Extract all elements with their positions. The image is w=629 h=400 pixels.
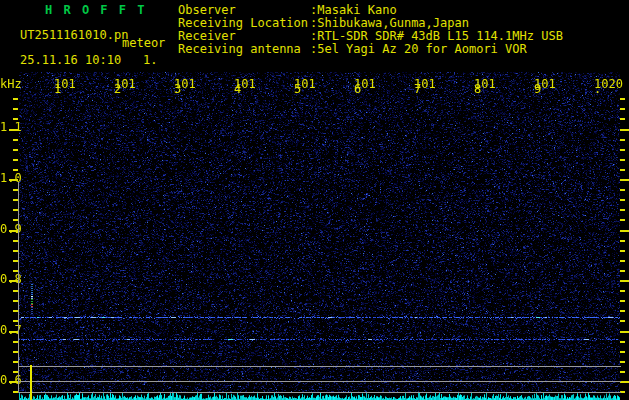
x-axis-label: 1020. — [594, 78, 601, 91]
x-label-tail: 5 — [294, 83, 301, 96]
y-axis-tick — [620, 341, 625, 343]
y-axis-tick — [620, 189, 625, 191]
y-axis-tick — [620, 371, 625, 373]
frame-horizontal-line — [18, 381, 621, 382]
y-axis-tick — [620, 159, 625, 161]
hrofft-screen: H R O F F T UT2511161010.pn meteor 25.11… — [0, 0, 629, 400]
x-axis-label: 1018 — [474, 78, 481, 91]
y-axis-tick — [620, 361, 625, 363]
y-axis-tick — [620, 260, 625, 262]
y-axis-tick — [9, 129, 18, 131]
y-axis-tick — [620, 129, 629, 131]
y-axis-tick — [13, 169, 18, 171]
frame-horizontal-line — [18, 392, 621, 393]
y-axis-tick — [620, 270, 625, 272]
y-axis-tick — [9, 179, 18, 181]
y-axis-tick — [9, 381, 18, 383]
x-label-tail: 7 — [414, 83, 421, 96]
frame-horizontal-line — [18, 366, 621, 367]
y-axis-tick — [13, 149, 18, 151]
y-axis-tick — [620, 209, 625, 211]
info-row: Receiving antenna:5el Yagi Az 20 for Aom… — [178, 43, 618, 56]
x-label-tail: 1 — [54, 83, 61, 96]
y-axis-tick — [9, 331, 18, 333]
y-axis-tick — [620, 149, 625, 151]
info-row-value: :5el Yagi Az 20 for Aomori VOR — [310, 43, 527, 56]
y-axis-tick — [620, 118, 625, 120]
echo-count: 1. — [143, 54, 157, 67]
event-marker-line — [30, 365, 32, 400]
mode-label: meteor — [122, 37, 165, 50]
x-label-tail: . — [594, 83, 601, 96]
y-axis-tick — [620, 300, 625, 302]
y-axis-tick — [13, 98, 18, 100]
y-axis-tick — [620, 169, 625, 171]
x-axis-label: 1012 — [114, 78, 121, 91]
x-axis-label: 1011 — [54, 78, 61, 91]
spectrogram-canvas — [19, 72, 620, 400]
y-axis-tick — [620, 331, 629, 333]
y-axis-tick — [9, 280, 18, 282]
info-row-label: Receiving antenna — [178, 43, 301, 56]
x-label-tail: 9 — [534, 83, 541, 96]
x-label-tail: 4 — [234, 83, 241, 96]
x-axis-label: 1013 — [174, 78, 181, 91]
station-info: Observer:Masaki KanoReceiving Location:S… — [178, 4, 618, 56]
y-axis-tick — [620, 250, 625, 252]
y-axis-tick — [620, 351, 625, 353]
y-axis-tick — [620, 219, 625, 221]
app-title: H R O F F T — [45, 4, 146, 17]
y-axis-tick — [620, 108, 625, 110]
x-label-tail: 6 — [354, 83, 361, 96]
x-label-tail: 8 — [474, 83, 481, 96]
y-axis-unit-label: kHz — [0, 78, 22, 91]
frame-vertical-line — [18, 182, 19, 392]
y-axis-tick — [620, 199, 625, 201]
y-axis-tick — [13, 108, 18, 110]
y-axis-tick — [9, 230, 18, 232]
y-axis-tick — [620, 320, 625, 322]
y-axis-tick — [13, 159, 18, 161]
x-axis-label: 1019 — [534, 78, 541, 91]
x-axis-label: 1014 — [234, 78, 241, 91]
datetime-label: 25.11.16 10:10 — [20, 54, 121, 67]
x-axis-label: 1015 — [294, 78, 301, 91]
y-axis-label: 1.1 — [0, 121, 22, 134]
y-axis-tick — [620, 280, 629, 282]
y-axis-tick — [620, 179, 629, 181]
filename-label: UT2511161010.pn — [20, 29, 128, 42]
y-axis-tick — [620, 290, 625, 292]
x-axis-label: 1017 — [414, 78, 421, 91]
y-axis-tick — [620, 98, 625, 100]
y-axis-tick — [620, 381, 629, 383]
y-axis-tick — [620, 139, 625, 141]
x-axis-label: 1016 — [354, 78, 361, 91]
x-label-tail: 2 — [114, 83, 121, 96]
y-axis-tick — [13, 118, 18, 120]
y-axis-tick — [620, 240, 625, 242]
y-axis-tick — [13, 139, 18, 141]
y-axis-tick — [620, 230, 629, 232]
y-axis-tick — [620, 310, 625, 312]
x-label-tail: 3 — [174, 83, 181, 96]
